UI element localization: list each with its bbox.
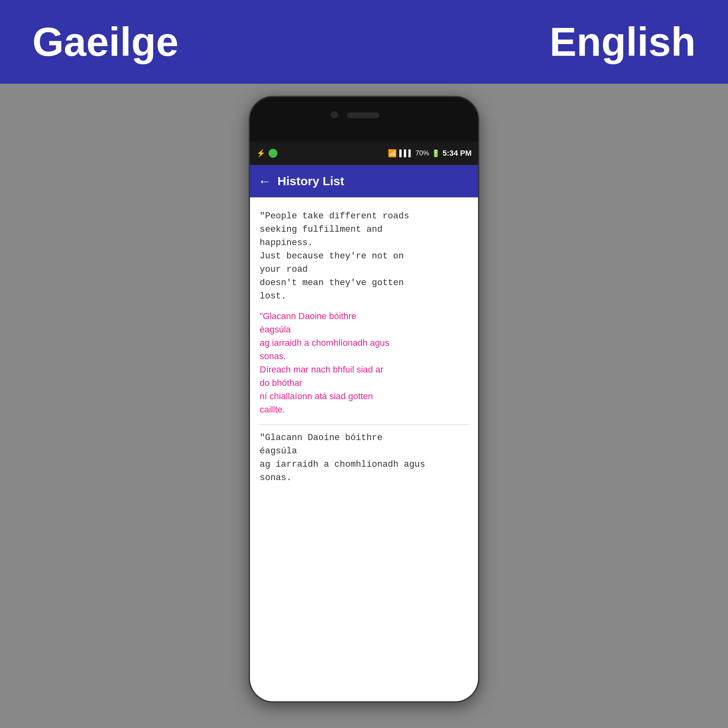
app-bar: ← History List bbox=[250, 165, 478, 197]
speaker bbox=[347, 112, 379, 118]
camera-dot bbox=[331, 111, 338, 119]
phone-top bbox=[250, 97, 478, 142]
background-area: ⚡ 📶 ▌▌▌ 70% 🔋 5:34 PM ← History List bbox=[0, 84, 728, 728]
gps-icon bbox=[269, 149, 277, 158]
divider-1 bbox=[260, 424, 468, 425]
history-entry-2: "Glacann Daoine bóithre éagsúla ag iarra… bbox=[260, 431, 468, 485]
status-left: ⚡ bbox=[256, 149, 277, 158]
signal-icon: ▌▌▌ bbox=[399, 150, 413, 157]
content-area: "People take different roads seeking ful… bbox=[250, 197, 478, 703]
status-right: 📶 ▌▌▌ 70% 🔋 5:34 PM bbox=[388, 149, 472, 158]
battery-label: 70% bbox=[415, 149, 429, 157]
language-left-label[interactable]: Gaeilge bbox=[32, 19, 178, 65]
back-button[interactable]: ← bbox=[258, 174, 271, 189]
status-bar: ⚡ 📶 ▌▌▌ 70% 🔋 5:34 PM bbox=[250, 142, 478, 165]
time-label: 5:34 PM bbox=[442, 149, 472, 158]
power-button bbox=[478, 210, 479, 235]
irish-text-1: "Glacann Daoine bóithre éagsúla ag iarra… bbox=[260, 309, 468, 416]
battery-icon: 🔋 bbox=[432, 149, 440, 158]
top-language-bar: Gaeilge English bbox=[0, 0, 728, 84]
history-entry-1: "People take different roads seeking ful… bbox=[260, 210, 468, 416]
app-bar-title: History List bbox=[277, 174, 344, 188]
irish-text-2: "Glacann Daoine bóithre éagsúla ag iarra… bbox=[260, 431, 468, 485]
english-text-1: "People take different roads seeking ful… bbox=[260, 210, 468, 303]
phone-device: ⚡ 📶 ▌▌▌ 70% 🔋 5:34 PM ← History List bbox=[249, 96, 479, 703]
usb-icon: ⚡ bbox=[256, 149, 265, 158]
wifi-icon: 📶 bbox=[388, 149, 397, 158]
language-right-label[interactable]: English bbox=[550, 19, 696, 65]
